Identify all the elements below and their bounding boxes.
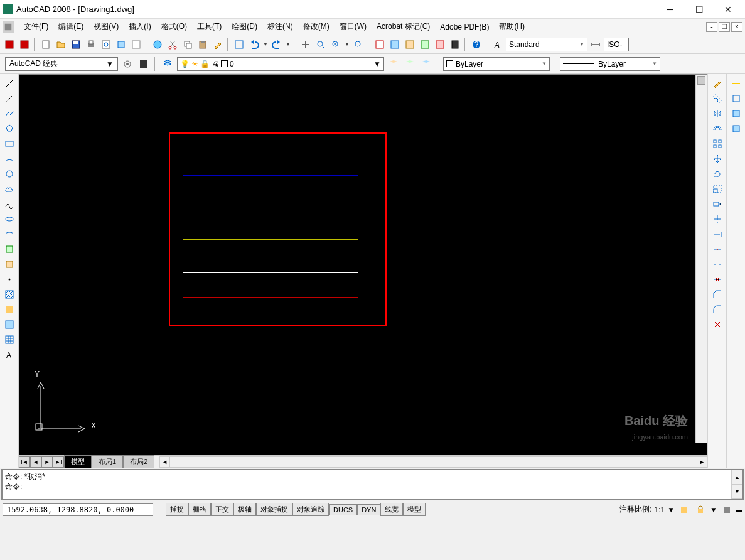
menu-draw[interactable]: 绘图(D) xyxy=(227,19,262,34)
polyline-icon[interactable] xyxy=(3,107,16,121)
stretch-icon[interactable] xyxy=(710,197,724,211)
status-icon1[interactable] xyxy=(677,503,691,517)
tab-prev[interactable]: ◄ xyxy=(30,456,41,468)
rectangle-icon[interactable] xyxy=(3,137,16,151)
move-icon[interactable] xyxy=(710,152,724,166)
drawing-line[interactable] xyxy=(183,272,358,273)
mdi-minimize[interactable]: - xyxy=(706,22,717,32)
menu-acrobat[interactable]: Acrobat 标记(C) xyxy=(372,19,435,34)
menu-tools[interactable]: 工具(T) xyxy=(192,19,227,34)
array-icon[interactable] xyxy=(710,137,724,151)
workspace-combo[interactable]: AutoCAD 经典 ▼ xyxy=(5,57,118,71)
help-icon[interactable]: ? xyxy=(469,38,483,51)
trim-icon[interactable] xyxy=(710,212,724,226)
layer-filter-icon[interactable] xyxy=(387,57,400,71)
textstyle-combo[interactable]: Standard▼ xyxy=(506,38,587,51)
line-icon[interactable] xyxy=(3,77,16,90)
layer-previous-icon[interactable] xyxy=(403,57,417,71)
status-lock-icon[interactable] xyxy=(694,503,707,517)
break-at-point-icon[interactable] xyxy=(710,242,724,256)
ellipse-icon[interactable] xyxy=(3,212,16,226)
status-coords[interactable]: 1592.0638, 1298.8820, 0.0000 xyxy=(3,503,153,516)
circle-icon[interactable] xyxy=(3,167,16,181)
rotate-icon[interactable] xyxy=(710,167,724,181)
zoom-window-icon[interactable] xyxy=(329,38,343,51)
print-icon[interactable] xyxy=(84,38,98,51)
status-tray-icon[interactable] xyxy=(720,503,734,517)
drawing-line[interactable] xyxy=(183,297,358,298)
tab-layout1[interactable]: 布局1 xyxy=(92,455,123,468)
toolpalettes-icon[interactable] xyxy=(403,38,417,51)
distance-icon[interactable] xyxy=(729,77,743,90)
menu-app-icon[interactable] xyxy=(3,21,14,33)
drawing-line[interactable] xyxy=(183,143,358,143)
horizontal-scrollbar[interactable]: ◄► xyxy=(159,456,707,468)
redo-icon[interactable] xyxy=(270,38,284,51)
mirror-icon[interactable] xyxy=(710,107,724,121)
menu-help[interactable]: 帮助(H) xyxy=(494,19,530,34)
quickcalc-icon[interactable] xyxy=(448,38,462,51)
polygon-icon[interactable] xyxy=(3,122,16,136)
tab-model[interactable]: 模型 xyxy=(64,455,92,468)
drawing-line[interactable] xyxy=(183,208,358,208)
unknown1-icon[interactable] xyxy=(729,92,743,105)
status-osnap[interactable]: 对象捕捉 xyxy=(256,503,292,516)
gradient-icon[interactable] xyxy=(3,303,16,316)
menu-modify[interactable]: 修改(M) xyxy=(298,19,335,34)
workspace-lock-icon[interactable] xyxy=(137,57,151,71)
menu-window[interactable]: 窗口(W) xyxy=(335,19,372,34)
zoom-previous-icon[interactable] xyxy=(351,38,365,51)
new-icon[interactable] xyxy=(39,38,53,51)
status-expand[interactable]: ▬ xyxy=(736,506,742,513)
close-button[interactable]: ✕ xyxy=(714,1,742,18)
status-grid[interactable]: 栅格 xyxy=(188,503,211,516)
unknown2-icon[interactable] xyxy=(729,107,743,121)
menu-format[interactable]: 格式(O) xyxy=(156,19,192,34)
plot-icon[interactable] xyxy=(129,38,143,51)
menu-insert[interactable]: 插入(I) xyxy=(124,19,156,34)
drawing-canvas[interactable]: Y X Baidu 经验 jingyan.baidu.com xyxy=(19,74,707,455)
dimstyle-icon[interactable] xyxy=(589,38,603,51)
table-icon[interactable] xyxy=(3,333,16,347)
construction-line-icon[interactable] xyxy=(3,92,16,105)
ellipse-arc-icon[interactable] xyxy=(3,227,16,241)
cut-icon[interactable] xyxy=(166,38,180,51)
point-icon[interactable] xyxy=(3,272,16,286)
designcenter-icon[interactable] xyxy=(388,38,402,51)
pdf-export2-icon[interactable] xyxy=(18,38,31,51)
sheetset-icon[interactable] xyxy=(418,38,432,51)
tab-next[interactable]: ► xyxy=(41,456,53,468)
textstyle-icon[interactable]: A xyxy=(491,38,505,51)
arc-icon[interactable] xyxy=(3,152,16,166)
copy-icon[interactable] xyxy=(181,38,195,51)
extend-icon[interactable] xyxy=(710,227,724,241)
menu-dimension[interactable]: 标注(N) xyxy=(262,19,298,34)
break-icon[interactable] xyxy=(710,257,724,271)
zoom-realtime-icon[interactable] xyxy=(314,38,328,51)
properties-icon[interactable] xyxy=(373,38,387,51)
scale-icon[interactable] xyxy=(710,182,724,196)
anno-dropdown-icon[interactable]: ▼ xyxy=(667,505,675,514)
status-polar[interactable]: 极轴 xyxy=(233,503,256,516)
spline-icon[interactable] xyxy=(3,197,16,211)
markup-icon[interactable] xyxy=(433,38,447,51)
explode-icon[interactable] xyxy=(710,318,724,331)
mtext-icon[interactable]: A xyxy=(3,348,16,362)
status-dyn[interactable]: DYN xyxy=(357,504,380,515)
matchprop-icon[interactable] xyxy=(211,38,225,51)
pan-icon[interactable] xyxy=(299,38,313,51)
open-icon[interactable] xyxy=(54,38,68,51)
menu-file[interactable]: 文件(F) xyxy=(19,19,53,34)
publish-icon[interactable] xyxy=(114,38,128,51)
command-line[interactable]: 命令: *取消* 命令: ▲▼ xyxy=(1,469,744,500)
insert-block-icon[interactable] xyxy=(3,242,16,256)
region-icon[interactable] xyxy=(3,318,16,331)
command-scroll[interactable]: ▲▼ xyxy=(731,470,742,499)
status-ducs[interactable]: DUCS xyxy=(329,504,357,515)
save-icon[interactable] xyxy=(69,38,83,51)
command-text[interactable]: 命令: *取消* 命令: xyxy=(3,470,731,499)
tab-layout2[interactable]: 布局2 xyxy=(123,455,154,468)
status-otrack[interactable]: 对象追踪 xyxy=(292,503,329,516)
undo-icon[interactable] xyxy=(247,38,261,51)
chamfer-icon[interactable] xyxy=(710,288,724,301)
